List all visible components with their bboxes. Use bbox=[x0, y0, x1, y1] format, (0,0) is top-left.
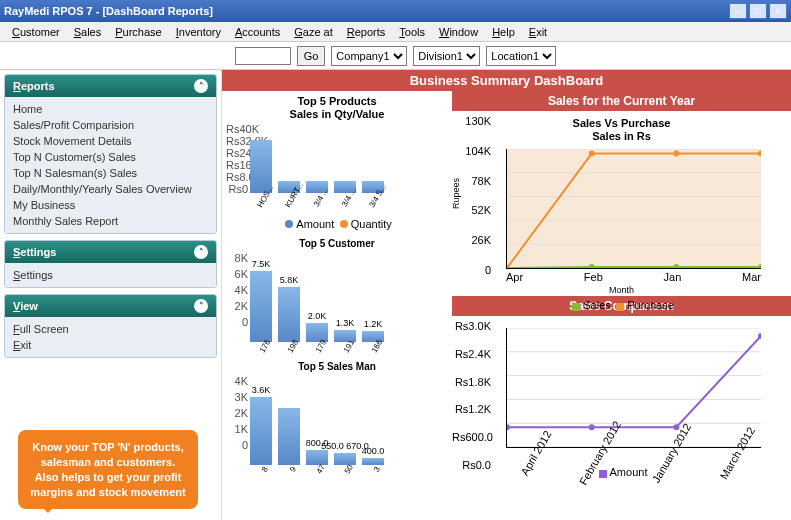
bar: 7.5K bbox=[250, 271, 272, 342]
sales-year-title: Sales for the Current Year bbox=[452, 91, 791, 111]
settings-panel: Settings ˄ Settings bbox=[4, 240, 217, 288]
reports-link-1[interactable]: Sales/Profit Comparision bbox=[13, 117, 208, 133]
reports-link-5[interactable]: Daily/Monthly/Yearly Sales Overview bbox=[13, 181, 208, 197]
menu-window[interactable]: Window bbox=[433, 24, 484, 40]
main-content: Business Summary DashBoard Top 5 Product… bbox=[222, 70, 791, 520]
svg-point-12 bbox=[673, 151, 679, 157]
bar: 3.6K bbox=[250, 397, 272, 465]
division-select[interactable]: Division1 bbox=[413, 46, 480, 66]
company-select[interactable]: Company1 bbox=[331, 46, 407, 66]
settings-panel-header[interactable]: Settings ˄ bbox=[5, 241, 216, 263]
maximize-button[interactable]: □ bbox=[749, 3, 767, 19]
view-panel-header[interactable]: View ˄ bbox=[5, 295, 216, 317]
menu-tools[interactable]: Tools bbox=[393, 24, 431, 40]
sales-comparison-chart: Rs3.0KRs2.4KRs1.8KRs1.2KRs600.0Rs0.0 Apr… bbox=[452, 316, 791, 491]
filter-bar: Go Company1 Division1 Location1 bbox=[0, 42, 791, 70]
menu-accounts[interactable]: Accounts bbox=[229, 24, 286, 40]
collapse-icon[interactable]: ˄ bbox=[194, 245, 208, 259]
view-link-1[interactable]: Exit bbox=[13, 337, 208, 353]
collapse-icon[interactable]: ˄ bbox=[194, 299, 208, 313]
reports-link-3[interactable]: Top N Customer(s) Sales bbox=[13, 149, 208, 165]
search-input[interactable] bbox=[235, 47, 291, 65]
sales-year-legend: Sales Purchase bbox=[462, 299, 781, 311]
svg-point-11 bbox=[589, 151, 595, 157]
top5-customer-chart: Top 5 Customer Sales Value in Rs 8K6K4K2… bbox=[226, 238, 448, 353]
location-select[interactable]: Location1 bbox=[486, 46, 556, 66]
close-button[interactable]: × bbox=[769, 3, 787, 19]
top5-salesman-chart: Top 5 Sales Man Sales Value in Rs 4K3K2K… bbox=[226, 361, 448, 476]
titlebar: RayMedi RPOS 7 - [DashBoard Reports] – □… bbox=[0, 0, 791, 22]
bar: 5.8K bbox=[278, 287, 300, 342]
reports-link-0[interactable]: Home bbox=[13, 101, 208, 117]
reports-link-4[interactable]: Top N Salesman(s) Sales bbox=[13, 165, 208, 181]
top5-products-legend: Amount Quantity bbox=[226, 218, 448, 230]
go-button[interactable]: Go bbox=[297, 46, 326, 66]
dashboard-title: Business Summary DashBoard bbox=[222, 70, 791, 91]
help-callout: Know your TOP 'N' products, salesman and… bbox=[18, 430, 198, 520]
menu-gaze-at[interactable]: Gaze at bbox=[288, 24, 339, 40]
dashboard-left-column: Top 5 ProductsSales in Qty/Value Amount … bbox=[222, 91, 452, 516]
menu-help[interactable]: Help bbox=[486, 24, 521, 40]
reports-panel-header[interactable]: Reports ˄ bbox=[5, 75, 216, 97]
view-panel: View ˄ Full ScreenExit bbox=[4, 294, 217, 358]
callout-text: Know your TOP 'N' products, salesman and… bbox=[18, 430, 198, 509]
view-link-0[interactable]: Full Screen bbox=[13, 321, 208, 337]
reports-panel: Reports ˄ HomeSales/Profit ComparisionSt… bbox=[4, 74, 217, 234]
menu-sales[interactable]: Sales bbox=[68, 24, 108, 40]
sales-year-chart: Sales Vs PurchaseSales in Rs Rupees 130K… bbox=[452, 111, 791, 296]
svg-point-13 bbox=[758, 151, 761, 157]
svg-point-21 bbox=[589, 424, 595, 430]
menu-customer[interactable]: Customer bbox=[6, 24, 66, 40]
reports-link-6[interactable]: My Business bbox=[13, 197, 208, 213]
reports-link-2[interactable]: Stock Movement Details bbox=[13, 133, 208, 149]
svg-point-8 bbox=[673, 264, 679, 268]
menu-inventory[interactable]: Inventory bbox=[170, 24, 227, 40]
settings-link-0[interactable]: Settings bbox=[13, 267, 208, 283]
reports-link-7[interactable]: Monthly Sales Report bbox=[13, 213, 208, 229]
collapse-icon[interactable]: ˄ bbox=[194, 79, 208, 93]
svg-point-7 bbox=[589, 264, 595, 268]
svg-point-9 bbox=[758, 264, 761, 268]
top5-products-chart: Top 5 ProductsSales in Qty/Value Amount … bbox=[226, 95, 448, 230]
sidebar: Reports ˄ HomeSales/Profit ComparisionSt… bbox=[0, 70, 222, 520]
menu-purchase[interactable]: Purchase bbox=[109, 24, 167, 40]
minimize-button[interactable]: – bbox=[729, 3, 747, 19]
bar bbox=[278, 408, 300, 465]
window-title: RayMedi RPOS 7 - [DashBoard Reports] bbox=[4, 5, 213, 17]
dashboard-right-column: Sales for the Current Year Sales Vs Purc… bbox=[452, 91, 791, 516]
menu-exit[interactable]: Exit bbox=[523, 24, 553, 40]
menu-reports[interactable]: Reports bbox=[341, 24, 392, 40]
svg-point-20 bbox=[507, 424, 510, 430]
menubar: CustomerSalesPurchaseInventoryAccountsGa… bbox=[0, 22, 791, 42]
reports-title: eports bbox=[21, 80, 55, 92]
